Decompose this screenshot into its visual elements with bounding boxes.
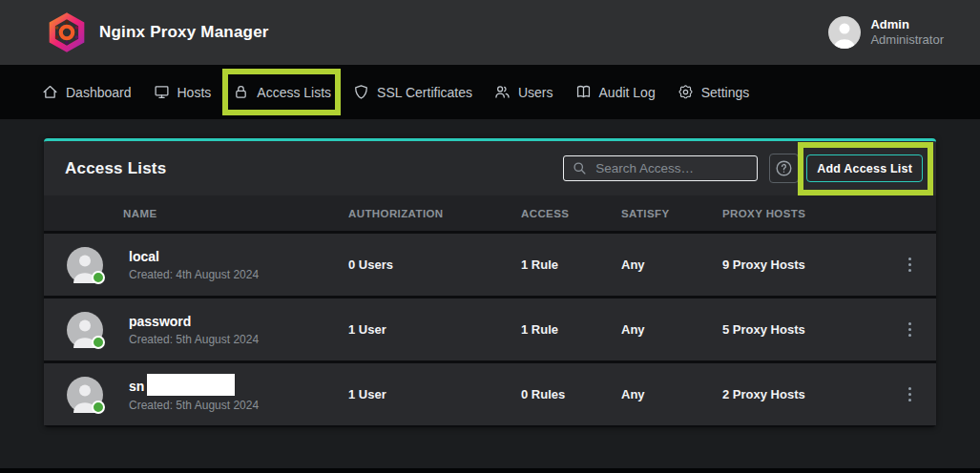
row-menu-button[interactable] <box>884 363 936 425</box>
table-row-sn[interactable]: sn Created: 5th August 2024 1 User 0 Rul… <box>44 363 936 425</box>
panel-header: Access Lists Add Access List <box>44 141 936 195</box>
proxy-hosts-value: 9 Proxy Hosts <box>722 257 884 272</box>
redaction-box <box>147 374 235 396</box>
nginx-proxy-manager-logo-icon <box>48 11 86 53</box>
add-access-list-button[interactable]: Add Access List <box>806 154 923 182</box>
row-menu-button[interactable] <box>884 234 936 296</box>
content-area: Access Lists Add Access List <box>0 119 980 473</box>
status-dot-online <box>92 336 105 349</box>
screen-bottom-edge <box>0 468 980 473</box>
proxy-hosts-value: 5 Proxy Hosts <box>722 322 884 337</box>
access-lists-panel: Access Lists Add Access List <box>44 138 936 427</box>
table-row-password[interactable]: password Created: 5th August 2024 1 User… <box>44 298 936 360</box>
created-date: Created: 4th August 2024 <box>129 268 259 281</box>
nav-item-settings[interactable]: Settings <box>678 84 750 100</box>
shield-icon <box>353 84 369 100</box>
nav-label-users: Users <box>518 85 553 100</box>
column-header-satisfy: SATISFY <box>621 208 722 219</box>
access-value: 1 Rule <box>521 322 621 337</box>
access-value: 0 Rules <box>521 387 621 401</box>
avatar <box>67 312 103 348</box>
nav-label-settings: Settings <box>701 85 750 100</box>
app-title: Nginx Proxy Manager <box>99 23 269 42</box>
search-input[interactable] <box>595 161 748 175</box>
nav-item-users[interactable]: Users <box>494 84 553 100</box>
help-button[interactable] <box>769 154 799 183</box>
search-box <box>563 155 758 181</box>
monitor-icon <box>154 84 170 100</box>
main-nav: Dashboard Hosts Access Lists SSL Certifi… <box>0 65 980 119</box>
proxy-hosts-value: 2 Proxy Hosts <box>722 387 884 401</box>
book-icon <box>575 84 592 100</box>
status-dot-online <box>92 271 105 284</box>
home-icon <box>42 84 58 100</box>
table-body: local Created: 4th August 2024 0 Users 1… <box>44 231 936 427</box>
table-header-row: NAME AUTHORIZATION ACCESS SATISFY PROXY … <box>44 195 936 231</box>
vertical-dots-icon <box>908 257 912 273</box>
user-menu[interactable]: Admin Administrator <box>828 16 951 49</box>
help-icon <box>775 159 793 177</box>
nav-label-audit-log: Audit Log <box>599 85 656 100</box>
created-date: Created: 5th August 2024 <box>129 333 259 346</box>
nav-item-ssl-certificates[interactable]: SSL Certificates <box>353 84 472 100</box>
vertical-dots-icon <box>908 322 912 338</box>
authorization-value: 1 User <box>348 387 521 401</box>
authorization-value: 0 Users <box>348 257 521 272</box>
satisfy-value: Any <box>621 387 722 401</box>
table-row-local[interactable]: local Created: 4th August 2024 0 Users 1… <box>44 234 936 296</box>
created-date: Created: 5th August 2024 <box>129 399 259 412</box>
lock-icon <box>233 84 249 100</box>
authorization-value: 1 User <box>348 322 521 337</box>
nav-label-ssl-certificates: SSL Certificates <box>377 85 472 100</box>
access-value: 1 Rule <box>521 257 621 272</box>
nav-item-dashboard[interactable]: Dashboard <box>42 84 132 100</box>
column-header-access: ACCESS <box>521 208 621 219</box>
panel-title: Access Lists <box>65 159 563 178</box>
nav-item-hosts[interactable]: Hosts <box>154 84 212 100</box>
column-header-proxy-hosts: PROXY HOSTS <box>722 208 884 219</box>
row-menu-button[interactable] <box>884 298 936 360</box>
search-icon <box>573 161 587 175</box>
user-role: Administrator <box>870 32 944 48</box>
access-list-name: local <box>129 249 159 265</box>
column-header-authorization: AUTHORIZATION <box>348 208 521 219</box>
nav-label-access-lists: Access Lists <box>257 85 331 100</box>
users-icon <box>494 84 511 100</box>
satisfy-value: Any <box>621 257 722 272</box>
avatar <box>67 377 103 413</box>
nav-label-hosts: Hosts <box>177 85 212 100</box>
column-header-name: NAME <box>44 208 348 219</box>
vertical-dots-icon <box>908 387 912 402</box>
access-list-name: sn <box>129 379 144 395</box>
nav-item-audit-log[interactable]: Audit Log <box>575 84 656 100</box>
gear-icon <box>678 84 694 100</box>
user-avatar <box>828 16 861 49</box>
status-dot-online <box>92 401 105 414</box>
satisfy-value: Any <box>621 322 722 337</box>
avatar <box>67 247 103 283</box>
app-header: Nginx Proxy Manager Admin Administrator <box>0 0 980 65</box>
access-list-name: password <box>129 314 191 330</box>
nav-item-access-lists[interactable]: Access Lists <box>233 84 331 100</box>
nav-label-dashboard: Dashboard <box>66 85 132 100</box>
user-name: Admin <box>870 17 944 32</box>
